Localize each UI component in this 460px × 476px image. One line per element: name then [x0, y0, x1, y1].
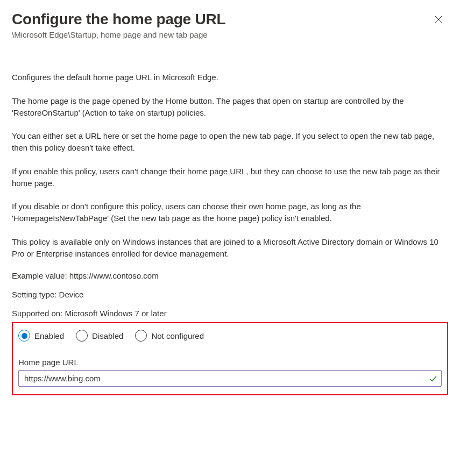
radio-indicator — [18, 330, 30, 342]
close-button[interactable] — [432, 13, 445, 27]
radio-label: Not configured — [151, 331, 204, 340]
description-paragraph: Configures the default home page URL in … — [12, 72, 448, 83]
settings-section: Enabled Disabled Not configured Home pag… — [12, 322, 448, 395]
page-title: Configure the home page URL — [12, 11, 226, 28]
description-paragraph: If you disable or don't configure this p… — [12, 201, 448, 224]
close-icon — [434, 17, 443, 25]
radio-indicator — [76, 330, 88, 342]
breadcrumb: \Microsoft Edge\Startup, home page and n… — [12, 30, 448, 39]
setting-type-text: Setting type: Device — [12, 290, 448, 299]
radio-label: Enabled — [34, 331, 64, 340]
state-radio-group: Enabled Disabled Not configured — [18, 330, 442, 342]
url-field-label: Home page URL — [18, 358, 442, 367]
radio-disabled[interactable]: Disabled — [76, 330, 123, 342]
description-paragraph: This policy is available only on Windows… — [12, 236, 448, 260]
radio-indicator — [135, 330, 147, 342]
example-value-text: Example value: https://www.contoso.com — [12, 271, 448, 280]
radio-dot-icon — [22, 333, 27, 339]
radio-enabled[interactable]: Enabled — [18, 330, 64, 342]
description-paragraph: If you enable this policy, users can't c… — [12, 166, 448, 189]
supported-on-text: Supported on: Microsoft Windows 7 or lat… — [12, 309, 448, 318]
radio-not-configured[interactable]: Not configured — [135, 330, 204, 342]
url-input-wrapper — [18, 370, 442, 387]
radio-label: Disabled — [92, 331, 123, 340]
home-page-url-input[interactable] — [18, 370, 442, 387]
description-paragraph: You can either set a URL here or set the… — [12, 130, 448, 154]
description-block: Configures the default home page URL in … — [12, 72, 448, 259]
description-paragraph: The home page is the page opened by the … — [12, 95, 448, 119]
